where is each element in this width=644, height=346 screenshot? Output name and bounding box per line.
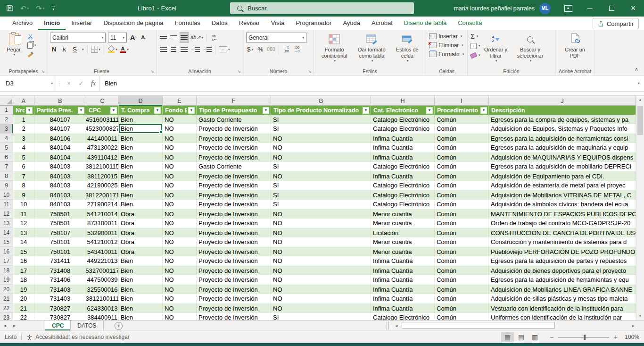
cell[interactable]: Menor cuantia bbox=[371, 219, 435, 228]
cell[interactable]: Común bbox=[435, 304, 489, 313]
cell[interactable]: 20 bbox=[13, 294, 34, 304]
cell[interactable]: NO bbox=[163, 256, 197, 266]
cut-button[interactable] bbox=[27, 33, 36, 40]
row-header[interactable]: 12 bbox=[0, 209, 13, 219]
ribbon-tab-dise-o-de-tabla[interactable]: Diseño de tabla bbox=[398, 17, 452, 30]
cell[interactable]: Común bbox=[435, 171, 489, 181]
row-header[interactable]: 4 bbox=[0, 134, 13, 143]
cell[interactable]: Proyecto de Inversión bbox=[197, 190, 271, 200]
cell[interactable]: NO bbox=[163, 200, 197, 209]
cell[interactable]: NO bbox=[271, 247, 371, 256]
filter-button[interactable]: ▼ bbox=[426, 107, 433, 114]
cell[interactable]: Bien bbox=[119, 190, 163, 200]
align-middle-button[interactable] bbox=[170, 33, 178, 42]
cell[interactable]: Proyecto de Inversión bbox=[197, 200, 271, 209]
cell[interactable]: 731403 bbox=[34, 294, 86, 304]
cell[interactable]: Construcción y mantenimiento de sistemas… bbox=[489, 237, 636, 247]
cell[interactable]: NO bbox=[271, 219, 371, 228]
cell[interactable]: 271900214 bbox=[86, 200, 119, 209]
scroll-up-icon[interactable]: ▲ bbox=[636, 96, 644, 104]
orientation-button[interactable]: ab↗▾ bbox=[190, 33, 203, 42]
cell[interactable]: NO bbox=[163, 152, 197, 162]
cell[interactable]: 381120015 bbox=[86, 171, 119, 181]
cell[interactable]: 840104 bbox=[34, 143, 86, 152]
cell[interactable]: Proyecto de Inversión bbox=[197, 124, 271, 134]
cell[interactable]: Egresos para la adquisición de herramien… bbox=[489, 275, 636, 285]
cell[interactable]: Adquisición de Equipamiento para el CDI. bbox=[489, 171, 636, 181]
cell[interactable]: 2 bbox=[13, 124, 34, 134]
ribbon-tab-disposici-n-de-p-gina[interactable]: Disposición de página bbox=[98, 17, 169, 30]
customize-quick-access-icon[interactable]: ▾ bbox=[51, 7, 55, 10]
row-header[interactable]: 9 bbox=[0, 181, 13, 190]
cell[interactable]: Menor cuantia bbox=[371, 247, 435, 256]
cell[interactable]: 10 bbox=[13, 200, 34, 209]
cell[interactable]: 13 bbox=[13, 228, 34, 237]
cell[interactable]: 12 bbox=[13, 219, 34, 228]
cell[interactable]: Puebloviejo PERFORACIÓN DE POZO PROFUNDO bbox=[489, 247, 636, 256]
percent-format-button[interactable]: % bbox=[256, 44, 264, 54]
cell[interactable]: 3812100111 bbox=[86, 294, 119, 304]
sheet-nav-right-icon[interactable]: ▸ bbox=[13, 321, 16, 330]
vertical-scrollbar[interactable]: ▲ ▼ bbox=[636, 96, 644, 320]
cell[interactable]: NO bbox=[163, 285, 197, 294]
column-header[interactable]: D bbox=[119, 96, 163, 106]
cell[interactable]: Proyecto de Inversión bbox=[197, 181, 271, 190]
cell[interactable]: 532900011 bbox=[86, 228, 119, 237]
cell[interactable]: 840103 bbox=[34, 181, 86, 190]
cell[interactable]: Egresos para la adquisición de maquinari… bbox=[489, 143, 636, 152]
cell[interactable]: Infima Cuantía bbox=[371, 266, 435, 275]
cell[interactable]: Adquisición de símbolos cívicos: bandera… bbox=[489, 200, 636, 209]
cell[interactable]: 840103 bbox=[34, 190, 86, 200]
cell[interactable]: Infima Cuantía bbox=[371, 256, 435, 266]
ribbon-tab-ayuda[interactable]: Ayuda bbox=[337, 17, 366, 30]
insert-function-button[interactable]: fx bbox=[87, 76, 99, 91]
table-column-header[interactable]: Fondo BID▼ bbox=[163, 106, 197, 115]
sheet-tab-cpc[interactable]: CPC bbox=[45, 321, 71, 330]
sheet-tab-datos[interactable]: DATOS bbox=[71, 321, 103, 330]
cell[interactable]: NO bbox=[163, 143, 197, 152]
cell[interactable]: 5 bbox=[13, 152, 34, 162]
zoom-out-icon[interactable]: − bbox=[549, 333, 554, 341]
cell[interactable]: Bien bbox=[119, 152, 163, 162]
align-left-button[interactable] bbox=[159, 44, 167, 54]
cell[interactable]: Licitación bbox=[371, 228, 435, 237]
close-button[interactable]: × bbox=[622, 0, 644, 17]
cell[interactable]: Común bbox=[435, 209, 489, 219]
column-header[interactable]: B bbox=[34, 96, 86, 106]
cell[interactable]: Menor cuantia bbox=[371, 237, 435, 247]
cell[interactable]: 17 bbox=[13, 266, 34, 275]
cell[interactable]: NO bbox=[163, 115, 197, 124]
decrease-decimal-button[interactable]: .00→0 bbox=[293, 44, 301, 54]
row-header[interactable]: 10 bbox=[0, 190, 13, 200]
tab-scroll-splitter[interactable] bbox=[387, 321, 389, 329]
clear-button[interactable]: ▾ bbox=[471, 51, 480, 59]
cell[interactable]: 750501 bbox=[34, 209, 86, 219]
cell[interactable]: NO bbox=[163, 313, 197, 320]
currency-format-button[interactable]: $▾ bbox=[246, 44, 254, 54]
cell[interactable]: Común bbox=[435, 152, 489, 162]
column-header[interactable]: A bbox=[13, 96, 34, 106]
table-column-header[interactable]: Descripción bbox=[489, 106, 636, 115]
row-header[interactable]: 20 bbox=[0, 285, 13, 294]
cell[interactable]: Común bbox=[435, 115, 489, 124]
ribbon-tab-vista[interactable]: Vista bbox=[265, 17, 290, 30]
cell[interactable]: 4523000827 bbox=[86, 124, 119, 134]
search-input[interactable]: Buscar bbox=[230, 2, 414, 14]
cell[interactable]: Adquisición de bienes deportivos para el… bbox=[489, 266, 636, 275]
row-header[interactable]: 1 bbox=[0, 106, 13, 115]
cell[interactable]: Menor cuantia bbox=[371, 209, 435, 219]
expand-formula-bar-icon[interactable]: ▾ bbox=[634, 76, 644, 91]
cell[interactable]: Proyecto de Inversión bbox=[197, 134, 271, 143]
cell[interactable]: SI bbox=[271, 190, 371, 200]
cell[interactable]: NO bbox=[271, 294, 371, 304]
horizontal-scrollbar[interactable] bbox=[402, 322, 629, 329]
page-break-view-button[interactable]: ▥ bbox=[528, 332, 541, 342]
cell[interactable]: Común bbox=[435, 124, 489, 134]
insert-cells-button[interactable]: Insertar▾ bbox=[429, 32, 464, 41]
cell[interactable]: NO bbox=[163, 134, 197, 143]
wrap-text-button[interactable]: abc↩ bbox=[210, 33, 218, 42]
table-column-header[interactable]: Tipo de Producto Normalizado▼ bbox=[271, 106, 371, 115]
cell[interactable]: 16 bbox=[13, 256, 34, 266]
cell[interactable]: Catalogo Electrónico bbox=[371, 190, 435, 200]
row-header[interactable]: 6 bbox=[0, 152, 13, 162]
